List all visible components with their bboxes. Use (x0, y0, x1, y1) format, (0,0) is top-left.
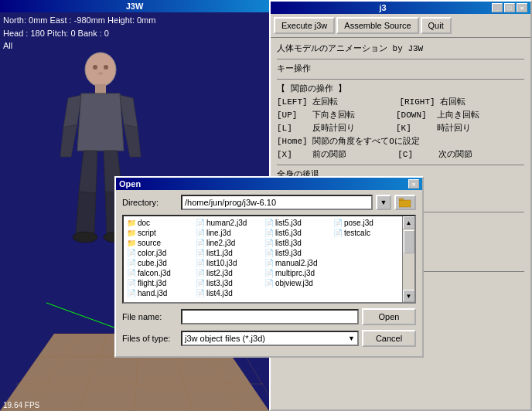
list-item[interactable]: 📄list1.j3d (194, 248, 263, 258)
scroll-up[interactable]: ▲ (403, 216, 415, 229)
list-item[interactable] (332, 258, 401, 268)
file-name: pose.j3d (344, 219, 373, 227)
svg-marker-17 (60, 124, 77, 157)
viewport-titlebar: J3W (0, 0, 269, 12)
filetype-arrow: ▼ (348, 335, 355, 342)
scroll-down[interactable]: ▼ (403, 290, 415, 302)
file-icon: 📄 (196, 229, 205, 237)
list-item[interactable]: 📄list3.j3d (194, 278, 263, 288)
list-item[interactable]: 📄line.j3d (194, 228, 263, 238)
list-item[interactable]: 📄list4.j3d (194, 288, 263, 298)
j3-titlebar-controls: _ □ × (492, 3, 527, 12)
file-name: objview.j3d (275, 279, 313, 287)
execute-button[interactable]: Execute j3w (274, 17, 335, 34)
file-icon: 📄 (127, 269, 136, 277)
list-item[interactable]: 📄objview.j3d (263, 278, 332, 288)
file-name: color.j3d (138, 249, 166, 257)
list-item[interactable]: 📄hand.j3d (125, 288, 194, 298)
directory-input[interactable] (181, 195, 373, 210)
file-icon: 📄 (196, 239, 205, 247)
open-dialog: Open × Directory: ▼ 📁doc📄human2.j3d📄list… (114, 176, 424, 358)
assemble-button[interactable]: Assemble Source (336, 17, 418, 34)
file-icon: 📄 (127, 289, 136, 297)
list-item[interactable]: 📄list2.j3d (194, 268, 263, 278)
directory-row: Directory: ▼ (122, 195, 416, 210)
open-btn[interactable]: Open (362, 308, 416, 325)
list-item[interactable] (332, 288, 401, 298)
file-icon: 📄 (264, 219, 274, 227)
list-item[interactable]: 📄list8.j3d (263, 238, 332, 248)
open-dialog-titlebar: Open × (116, 178, 422, 190)
list-item[interactable]: 📁doc (125, 218, 194, 228)
cancel-btn[interactable]: Cancel (362, 330, 416, 347)
svg-point-28 (98, 72, 103, 75)
svg-marker-19 (124, 124, 141, 157)
filetype-select[interactable]: j3w object files (*.j3d) ▼ (181, 331, 359, 346)
file-name: script (138, 229, 156, 237)
file-name: list8.j3d (275, 239, 302, 247)
list-item[interactable] (332, 268, 401, 278)
folder-icon: 📁 (127, 219, 136, 227)
file-icon: 📄 (196, 289, 205, 297)
file-name: list10.j3d (206, 259, 237, 267)
file-icon: 📄 (196, 269, 205, 277)
file-name: line2.j3d (206, 239, 235, 247)
file-icon: 📄 (196, 249, 205, 257)
list-item[interactable]: 📁script (125, 228, 194, 238)
folder-icon: 📁 (127, 239, 136, 247)
list-item[interactable]: 📄manual2.j3d (263, 258, 332, 268)
filetype-value: j3w object files (*.j3d) (185, 334, 348, 343)
file-list-scrollbar: ▲ ▼ (402, 216, 414, 302)
file-icon: 📄 (264, 249, 274, 257)
list-item[interactable]: 📄falcon.j3d (125, 268, 194, 278)
info-line1: North: 0mm East : -980mm Height: 0mm (3, 14, 266, 27)
list-item[interactable]: 📄human2.j3d (194, 218, 263, 228)
j3-title: j3 (274, 3, 492, 12)
list-item[interactable] (263, 288, 332, 298)
directory-folder-btn[interactable] (394, 195, 416, 210)
list-item[interactable]: 📄list6.j3d (263, 228, 332, 238)
directory-dropdown[interactable]: ▼ (376, 195, 391, 210)
list-item[interactable] (332, 278, 401, 288)
list-item[interactable]: 📄list5.j3d (263, 218, 332, 228)
list-item[interactable]: 📄pose.j3d (332, 218, 401, 228)
list-item[interactable] (332, 248, 401, 258)
list-item[interactable]: 📄testcalc (332, 228, 401, 238)
file-list-area: 📁doc📄human2.j3d📄list5.j3d📄pose.j3d📁scrip… (122, 215, 416, 304)
svg-point-27 (104, 65, 108, 70)
svg-point-13 (85, 53, 116, 87)
list-item[interactable]: 📄cube.j3d (125, 258, 194, 268)
list-item[interactable]: 📄flight.j3d (125, 278, 194, 288)
file-name: falcon.j3d (138, 269, 171, 277)
folder-icon: 📁 (127, 229, 136, 237)
file-icon: 📄 (333, 229, 343, 237)
close-button[interactable]: × (517, 3, 527, 12)
svg-marker-18 (120, 95, 138, 127)
list-item[interactable]: 📄color.j3d (125, 248, 194, 258)
minimize-button[interactable]: _ (492, 3, 503, 12)
filename-row: File name: Open (122, 308, 416, 325)
scroll-thumb[interactable] (404, 230, 414, 253)
file-icon: 📄 (196, 279, 205, 287)
svg-marker-20 (79, 151, 97, 193)
svg-marker-30 (399, 199, 404, 200)
file-icon: 📄 (196, 219, 205, 227)
list-item[interactable]: 📄multiprc.j3d (263, 268, 332, 278)
open-dialog-close[interactable]: × (408, 179, 419, 189)
list-item[interactable]: 📄list10.j3d (194, 258, 263, 268)
quit-button[interactable]: Quit (421, 17, 452, 34)
maximize-button[interactable]: □ (504, 3, 515, 12)
file-name: doc (138, 219, 150, 227)
filename-input[interactable] (181, 309, 359, 324)
directory-label: Directory: (122, 198, 178, 207)
file-icon: 📄 (127, 279, 136, 287)
list-item[interactable]: 📄line2.j3d (194, 238, 263, 248)
list-item[interactable] (332, 238, 401, 248)
filetype-row: Files of type: j3w object files (*.j3d) … (122, 330, 416, 347)
file-icon: 📄 (264, 259, 274, 267)
filename-label: File name: (122, 312, 178, 321)
list-item[interactable]: 📁source (125, 238, 194, 248)
list-item[interactable]: 📄list9.j3d (263, 248, 332, 258)
svg-point-24 (73, 232, 97, 243)
file-icon: 📄 (196, 259, 205, 267)
